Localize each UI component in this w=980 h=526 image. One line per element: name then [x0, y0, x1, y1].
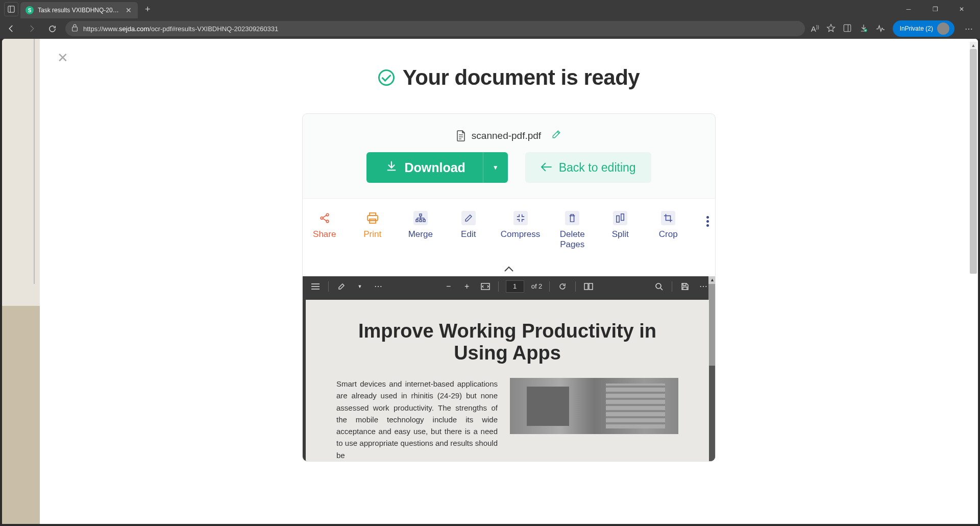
tab-bar: S Task results VXIBDHNQ-2023092 ✕ + ─ ❐ … [0, 0, 980, 18]
svg-rect-3 [844, 25, 851, 32]
refresh-icon[interactable] [45, 21, 59, 36]
new-tab-icon[interactable]: + [140, 4, 156, 15]
inprivate-badge[interactable]: InPrivate (2) [893, 20, 954, 37]
lock-icon [71, 24, 78, 33]
tab-favicon: S [26, 6, 34, 14]
nav-right: A)) InPrivate (2) ⋯ [811, 20, 976, 37]
tab-actions-icon[interactable] [4, 2, 18, 16]
inprivate-label: InPrivate (2) [900, 25, 933, 32]
collections-icon[interactable] [843, 23, 852, 34]
nav-bar: https://www.sejda.com/ocr-pdf#results-VX… [0, 18, 980, 39]
address-bar[interactable]: https://www.sejda.com/ocr-pdf#results-VX… [65, 21, 805, 36]
svg-point-5 [864, 29, 867, 32]
downloads-icon[interactable] [859, 23, 868, 34]
tab-title: Task results VXIBDHNQ-2023092 [38, 7, 120, 14]
performance-icon[interactable] [875, 24, 886, 34]
svg-rect-0 [8, 6, 14, 12]
browser-tab[interactable]: S Task results VXIBDHNQ-2023092 ✕ [20, 2, 138, 18]
close-window-icon[interactable]: ✕ [951, 2, 972, 17]
minimize-icon[interactable]: ─ [898, 2, 919, 17]
back-icon[interactable] [4, 21, 18, 36]
favorite-icon[interactable] [826, 23, 836, 34]
browser-chrome: S Task results VXIBDHNQ-2023092 ✕ + ─ ❐ … [0, 0, 980, 39]
avatar [937, 22, 949, 35]
menu-icon[interactable]: ⋯ [962, 24, 976, 34]
url-text: https://www.sejda.com/ocr-pdf#results-VX… [83, 25, 799, 33]
window-controls: ─ ❐ ✕ [898, 2, 976, 17]
forward-icon [24, 21, 39, 36]
read-aloud-icon[interactable]: A)) [811, 25, 819, 33]
tab-close-icon[interactable]: ✕ [125, 6, 133, 14]
maximize-icon[interactable]: ❐ [925, 2, 945, 17]
svg-rect-2 [72, 27, 78, 31]
